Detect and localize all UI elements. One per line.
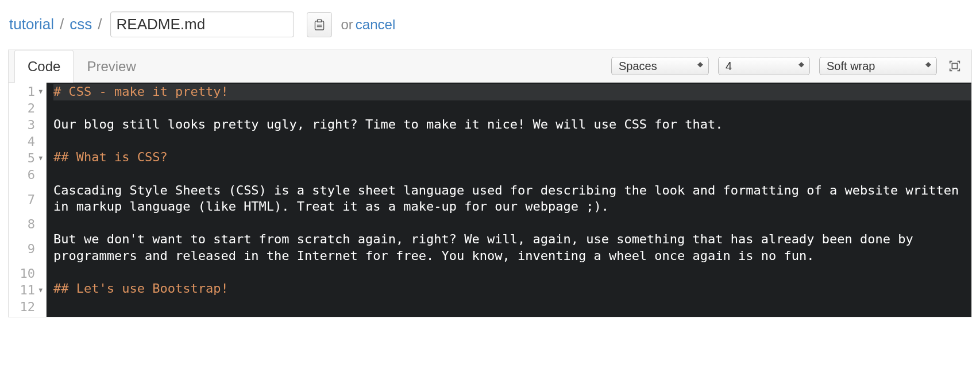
editor-tabs: Code Preview: [14, 49, 149, 82]
code-line[interactable]: But we don't want to start from scratch …: [53, 231, 971, 264]
gutter-line: 3: [9, 117, 44, 134]
code-editor[interactable]: 1▼2345▼67891011▼12 # CSS - make it prett…: [9, 83, 971, 317]
indent-mode-select[interactable]: Spaces: [611, 57, 709, 75]
or-text: or: [341, 17, 353, 33]
gutter-line: 7: [9, 184, 44, 216]
svg-rect-0: [952, 63, 957, 68]
wrap-mode-select[interactable]: Soft wrap: [819, 57, 937, 75]
gutter-line: 9: [9, 233, 44, 266]
breadcrumb-root-link[interactable]: tutorial: [8, 15, 55, 33]
breadcrumb-separator: /: [93, 15, 106, 33]
gutter-line: 6: [9, 167, 44, 184]
tab-code[interactable]: Code: [14, 50, 74, 83]
gutter-line: 11▼: [9, 282, 44, 299]
breadcrumb-folder-link[interactable]: css: [68, 15, 93, 33]
code-line[interactable]: [53, 100, 971, 117]
gutter-line: 1▼: [9, 84, 44, 100]
code-line[interactable]: [53, 297, 971, 314]
code-line[interactable]: [53, 166, 971, 182]
code-line[interactable]: # CSS - make it pretty!: [53, 84, 971, 100]
gutter-line: 8: [9, 216, 44, 233]
code-line[interactable]: [53, 265, 971, 281]
code-line[interactable]: [53, 133, 971, 150]
code-line[interactable]: [53, 215, 971, 232]
gutter-line: 5▼: [9, 150, 44, 167]
fold-marker-icon[interactable]: ▼: [37, 286, 43, 294]
tab-preview[interactable]: Preview: [74, 50, 149, 83]
fullscreen-button[interactable]: [946, 59, 963, 73]
fullscreen-icon: [948, 60, 961, 72]
filename-input[interactable]: [110, 11, 294, 37]
code-content[interactable]: # CSS - make it pretty!Our blog still lo…: [47, 83, 971, 317]
code-line[interactable]: Cascading Style Sheets (CSS) is a style …: [53, 182, 971, 215]
gutter-line: 2: [9, 100, 44, 117]
gutter-line: 10: [9, 266, 44, 282]
editor-toolbar: Code Preview Spaces 4 Soft wrap: [9, 49, 971, 83]
line-number-gutter: 1▼2345▼67891011▼12: [9, 83, 47, 317]
breadcrumb-bar: tutorial / css / or cancel: [0, 0, 980, 49]
gutter-line: 12: [9, 299, 44, 316]
clipboard-button[interactable]: [307, 12, 332, 37]
code-line[interactable]: ## What is CSS?: [53, 149, 971, 166]
cancel-link[interactable]: cancel: [356, 17, 395, 33]
gutter-line: 4: [9, 134, 44, 150]
indent-size-select[interactable]: 4: [718, 57, 810, 75]
clipboard-icon: [313, 18, 326, 31]
fold-marker-icon[interactable]: ▼: [37, 88, 43, 96]
breadcrumb-separator: /: [55, 15, 68, 33]
fold-marker-icon[interactable]: ▼: [37, 154, 43, 162]
editor-panel: Code Preview Spaces 4 Soft wrap: [8, 49, 972, 317]
code-line[interactable]: ## Let's use Bootstrap!: [53, 281, 971, 297]
code-line[interactable]: Our blog still looks pretty ugly, right?…: [53, 117, 971, 133]
